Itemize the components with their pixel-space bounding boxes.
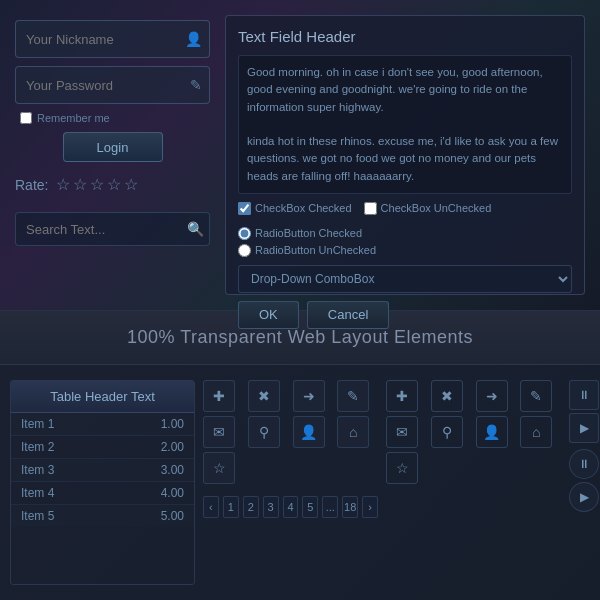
remember-row: Remember me: [15, 112, 210, 124]
radio-checked-label: RadioButton Checked: [255, 227, 362, 239]
radio-unchecked[interactable]: [238, 244, 251, 257]
dialog-text-area: Good morning. oh in case i don't see you…: [238, 55, 572, 194]
search-icon-btn[interactable]: ⚲: [248, 416, 280, 448]
arrow-icon-btn[interactable]: ➜: [293, 380, 325, 412]
page-ellipsis-btn[interactable]: ...: [322, 496, 338, 518]
row-value: 1.00: [161, 417, 184, 431]
table-row: Item 5 5.00: [11, 505, 194, 527]
star-1[interactable]: ☆: [56, 175, 70, 194]
search-wrapper: 🔍: [15, 212, 210, 246]
row-value: 4.00: [161, 486, 184, 500]
checkbox-unchecked-item: CheckBox UnChecked: [364, 202, 492, 215]
row-value: 3.00: [161, 463, 184, 477]
radio-checked[interactable]: [238, 227, 251, 240]
radio-unchecked-item: RadioButton UnChecked: [238, 244, 376, 257]
star-outline-btn[interactable]: ☆: [386, 452, 418, 484]
mail-icon-btn[interactable]: ✉: [203, 416, 235, 448]
user-icon-btn[interactable]: 👤: [293, 416, 325, 448]
ok-button[interactable]: OK: [238, 301, 299, 329]
prev-page-btn[interactable]: ‹: [203, 496, 219, 518]
row-label: Item 5: [21, 509, 54, 523]
radio-checked-item: RadioButton Checked: [238, 227, 376, 240]
table-row: Item 1 1.00: [11, 413, 194, 436]
cancel-button[interactable]: Cancel: [307, 301, 389, 329]
page-18-btn[interactable]: 18: [342, 496, 358, 518]
page-1-btn[interactable]: 1: [223, 496, 239, 518]
user-outline-btn[interactable]: 👤: [476, 416, 508, 448]
login-panel: 👤 ✎ Remember me Login Rate: ☆ ☆ ☆ ☆ ☆ 🔍: [15, 15, 210, 295]
edit-outline-btn[interactable]: ✎: [520, 380, 552, 412]
dialog-title: Text Field Header: [238, 28, 572, 45]
table-header: Table Header Text: [11, 381, 194, 413]
pagination-row: ‹ 1 2 3 4 5 ... 18 ›: [203, 496, 378, 518]
row-label: Item 3: [21, 463, 54, 477]
search-button[interactable]: 🔍: [187, 221, 204, 237]
dropdown-row: Drop-Down ComboBox: [238, 265, 572, 293]
radio-col: RadioButton Checked RadioButton UnChecke…: [238, 227, 376, 257]
rate-label: Rate:: [15, 177, 48, 193]
dialog-buttons: OK Cancel: [238, 301, 572, 329]
media-row-1: ⏸ ■ ▶ ◀◀: [569, 380, 600, 410]
row-label: Item 2: [21, 440, 54, 454]
rate-row: Rate: ☆ ☆ ☆ ☆ ☆: [15, 170, 210, 199]
checkbox-row: CheckBox Checked CheckBox UnChecked Radi…: [238, 202, 572, 257]
checkbox-checked[interactable]: [238, 202, 251, 215]
table-row: Item 3 3.00: [11, 459, 194, 482]
remember-checkbox[interactable]: [20, 112, 32, 124]
star-3[interactable]: ☆: [90, 175, 104, 194]
media-controls-panel: ⏸ ■ ▶ ◀◀ ▶ ● ⏭ ⏮ ⏸ ■ ▶ ◀◀ ▶ ● ⏭ ⏮: [569, 380, 600, 585]
bottom-section: Table Header Text Item 1 1.00 Item 2 2.0…: [0, 365, 600, 600]
row-label: Item 4: [21, 486, 54, 500]
login-button[interactable]: Login: [63, 132, 163, 162]
add-icon-btn[interactable]: ✚: [203, 380, 235, 412]
star-4[interactable]: ☆: [107, 175, 121, 194]
page-3-btn[interactable]: 3: [263, 496, 279, 518]
close-icon-btn[interactable]: ✖: [248, 380, 280, 412]
checkbox-unchecked[interactable]: [364, 202, 377, 215]
icon-grid-2: ✚ ✖ ➜ ✎ ✉ ⚲ 👤 ⌂ ☆: [386, 380, 561, 484]
home-icon-btn[interactable]: ⌂: [337, 416, 369, 448]
next-page-btn[interactable]: ›: [362, 496, 378, 518]
dialog-body: Good morning. oh in case i don't see you…: [247, 66, 558, 182]
home-outline-btn[interactable]: ⌂: [520, 416, 552, 448]
pause-btn[interactable]: ⏸: [569, 380, 599, 410]
radio-unchecked-label: RadioButton UnChecked: [255, 244, 376, 256]
nickname-wrapper: 👤: [15, 20, 210, 58]
table-panel: Table Header Text Item 1 1.00 Item 2 2.0…: [10, 380, 195, 585]
icons-panel: ✚ ✖ ➜ ✎ ✉ ⚲ 👤 ⌂ ☆ ‹ 1 2 3 4 5 ... 18 ›: [203, 380, 378, 585]
table-row: Item 4 4.00: [11, 482, 194, 505]
star-2[interactable]: ☆: [73, 175, 87, 194]
media-row-4: ▶ ● ⏭ ⏮: [569, 482, 600, 512]
banner-text: 100% Transparent Web Layout Elements: [127, 327, 473, 348]
icon-grid-top: ✚ ✖ ➜ ✎ ✉ ⚲ 👤 ⌂ ☆: [203, 380, 378, 484]
mail-outline-btn[interactable]: ✉: [386, 416, 418, 448]
table-row: Item 2 2.00: [11, 436, 194, 459]
password-wrapper: ✎: [15, 66, 210, 104]
arrow-outline-btn[interactable]: ➜: [476, 380, 508, 412]
play2-btn[interactable]: ▶: [569, 413, 599, 443]
user-icon: 👤: [185, 31, 202, 47]
media-row-2: ▶ ● ⏭ ⏮: [569, 413, 600, 443]
checkbox-unchecked-label: CheckBox UnChecked: [381, 202, 492, 214]
star-5[interactable]: ☆: [124, 175, 138, 194]
dropdown-select[interactable]: Drop-Down ComboBox: [238, 265, 572, 293]
page-5-btn[interactable]: 5: [302, 496, 318, 518]
play2-circle-btn[interactable]: ▶: [569, 482, 599, 512]
row-value: 2.00: [161, 440, 184, 454]
checkbox-checked-item: CheckBox Checked: [238, 202, 352, 215]
search-input[interactable]: [15, 212, 210, 246]
nickname-input[interactable]: [15, 20, 210, 58]
lock-icon: ✎: [190, 77, 202, 93]
media-row-3: ⏸ ■ ▶ ◀◀: [569, 449, 600, 479]
close-outline-btn[interactable]: ✖: [431, 380, 463, 412]
icons-panel-2: ✚ ✖ ➜ ✎ ✉ ⚲ 👤 ⌂ ☆: [386, 380, 561, 585]
edit-icon-btn[interactable]: ✎: [337, 380, 369, 412]
add-outline-btn[interactable]: ✚: [386, 380, 418, 412]
star-rating[interactable]: ☆ ☆ ☆ ☆ ☆: [56, 175, 138, 194]
search-outline-btn[interactable]: ⚲: [431, 416, 463, 448]
password-input[interactable]: [15, 66, 210, 104]
page-2-btn[interactable]: 2: [243, 496, 259, 518]
page-4-btn[interactable]: 4: [283, 496, 299, 518]
star-icon-btn[interactable]: ☆: [203, 452, 235, 484]
pause-circle-btn[interactable]: ⏸: [569, 449, 599, 479]
